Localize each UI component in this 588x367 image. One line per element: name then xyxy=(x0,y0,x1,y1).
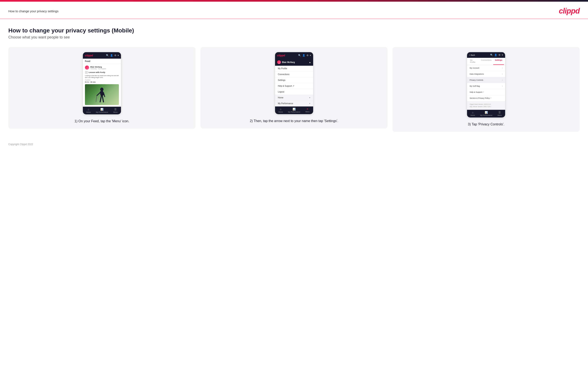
chevron-icon-3: ▾ xyxy=(502,54,503,56)
main-content: How to change your privacy settings (Mob… xyxy=(0,19,588,138)
dataintegrations-chevron: › xyxy=(502,73,503,75)
home-icon-2: ⌂ xyxy=(280,108,281,111)
svg-line-6 xyxy=(102,96,104,102)
tab-performance-label: My Performance xyxy=(96,111,108,113)
serviceprivacy-label: Service & Privacy Policy xyxy=(469,97,490,99)
user-icon-3: 👤 xyxy=(494,54,497,56)
clippd-logo: clippd xyxy=(559,7,580,15)
page-footer: Copyright Clippd 2022 xyxy=(0,138,588,152)
settings-icon-3: ⚙ xyxy=(499,54,501,56)
feed-date: Yesterday · Sunningdale xyxy=(90,68,119,69)
helpsupport-label: Help & Support xyxy=(469,91,482,93)
svg-line-4 xyxy=(96,96,97,102)
feed-duration: 01 hr : 30 min xyxy=(85,81,119,83)
tab2-menu: ✕ Menu xyxy=(305,108,310,113)
svg-line-2 xyxy=(97,92,100,96)
menu-item-myprofile: My Profile xyxy=(275,66,313,72)
menu-icon: ☰ xyxy=(114,108,117,111)
myaccount-label: My Account xyxy=(469,67,479,69)
tab-myprofile: My Profile xyxy=(468,58,479,65)
tab-menu: ☰ Menu xyxy=(113,108,117,113)
phone-2-logo: clippd xyxy=(277,54,285,57)
phone-2-header: clippd 🔍 👤 ⚙ ▾ xyxy=(275,52,313,59)
menu-items-list: My Profile Connections Settings Help & S… xyxy=(275,66,313,107)
dataintegrations-label: Data Integrations xyxy=(469,73,484,75)
svg-line-5 xyxy=(100,96,101,102)
menu-icon-3: ☰ xyxy=(499,111,501,114)
mygolfbag-label: My Golf Bag xyxy=(469,85,480,87)
phone-1-header: clippd 🔍 👤 ⚙ ▾ xyxy=(83,52,121,59)
menu-item-connections: Connections xyxy=(275,72,313,77)
step-2-card: clippd 🔍 👤 ⚙ ▾ Blair McHarg ▲ xyxy=(200,47,388,128)
phone-1-icons: 🔍 👤 ⚙ ▾ xyxy=(106,54,119,57)
close-icon-2: ✕ xyxy=(306,108,308,110)
step-1-card: clippd 🔍 👤 ⚙ ▾ Feed Blair McHarg xyxy=(8,47,196,129)
steps-container: clippd 🔍 👤 ⚙ ▾ Feed Blair McHarg xyxy=(8,47,580,132)
feed-username: Blair McHarg xyxy=(90,66,119,68)
performance-icon-2: 📊 xyxy=(293,108,296,111)
phone-3-icons: 🔍 👤 ⚙ ▾ xyxy=(490,54,503,56)
settings-item-serviceprivacy: Service & Privacy Policy ↗ xyxy=(467,95,505,101)
settings-phone-header: < Back 🔍 👤 ⚙ ▾ xyxy=(467,52,505,58)
serviceprivacy-link: Service & Privacy Policy ↗ xyxy=(469,97,491,99)
settings-icon: ⚙ xyxy=(114,54,116,57)
phone-1-navbar: ⌂ Home 📊 My Performance ☰ Menu xyxy=(83,107,121,114)
menu-chevron-up: ▲ xyxy=(309,61,311,63)
menu-item-logout: Logout xyxy=(275,89,313,95)
home-chevron: ▾ xyxy=(309,96,310,99)
feed-tab: Feed xyxy=(83,59,121,64)
feed-user-info: Blair McHarg Yesterday · Sunningdale xyxy=(90,66,119,69)
user-icon: 👤 xyxy=(110,54,113,57)
copyright-text: Copyright Clippd 2022 xyxy=(8,143,33,146)
client-version: Clippd Client Version: 2022.8.3-3 xyxy=(469,103,503,106)
golfer-svg xyxy=(95,85,108,104)
menu-section-home: Home ▾ xyxy=(275,95,313,101)
svg-rect-1 xyxy=(100,91,104,96)
tab-settings-active: Settings xyxy=(493,58,504,65)
menu-user-info: Blair McHarg xyxy=(277,60,295,64)
tab-performance: 📊 My Performance xyxy=(96,108,108,113)
tab3-menu: ☰ Menu xyxy=(498,111,502,116)
phone-1-logo: clippd xyxy=(85,54,93,57)
home-icon-3: ⌂ xyxy=(472,111,474,114)
page-subtitle: Choose what you want people to see xyxy=(8,35,580,40)
tab-connections: Connections xyxy=(480,58,493,65)
myaccount-chevron: › xyxy=(502,67,503,69)
feed-duration-label: Duration xyxy=(85,79,119,81)
settings-item-mygolfbag: My Golf Bag › xyxy=(467,83,505,89)
step-3-caption: 3) Tap 'Privacy Controls'. xyxy=(468,122,504,127)
menu-performance-label: My Performance xyxy=(278,102,293,105)
external-link-icon: ↗ xyxy=(483,91,484,93)
feed-lesson-row: Lesson with Fordy xyxy=(85,71,119,74)
settings-item-helpsupport: Help & Support ↗ xyxy=(467,89,505,95)
gql-version: GQL Server Version: 2022.7.30-1 xyxy=(469,106,503,108)
privacycontrols-label: Privacy Controls xyxy=(469,79,483,81)
menu-item-settings: Settings xyxy=(275,77,313,83)
header-title: How to change your privacy settings xyxy=(8,9,59,13)
step-1-caption: 1) On your Feed, tap the 'Menu' icon. xyxy=(75,119,129,124)
tab2-performance-label: My Performance xyxy=(288,111,300,113)
tab3-performance-label: My Performance xyxy=(480,114,493,116)
tab3-home: ⌂ Home xyxy=(471,111,475,116)
tab3-home-label: Home xyxy=(471,114,475,116)
phone-mockup-2: clippd 🔍 👤 ⚙ ▾ Blair McHarg ▲ xyxy=(275,52,313,114)
feed-avatar xyxy=(85,66,89,70)
step-2-caption: 2) Then, tap the arrow next to your name… xyxy=(250,118,338,124)
feed-golf-image xyxy=(85,84,119,105)
phone-3-navbar: ⌂ Home 📊 My Performance ☰ Menu xyxy=(467,110,505,117)
phone-2-navbar: ⌂ Home 📊 My Performance ✕ Menu xyxy=(275,107,313,114)
home-icon: ⌂ xyxy=(88,108,89,111)
top-accent-bar xyxy=(0,0,588,2)
performance-icon: 📊 xyxy=(100,108,104,111)
settings-items-list: My Account › Data Integrations › Privacy… xyxy=(467,65,505,110)
mygolfbag-chevron: › xyxy=(502,85,503,87)
search-icon-3: 🔍 xyxy=(490,54,493,56)
privacycontrols-chevron: › xyxy=(502,79,503,81)
helpsupport-link: Help & Support ↗ xyxy=(469,91,484,93)
external-link-icon-2: ↗ xyxy=(490,97,491,99)
step-3-card: < Back 🔍 👤 ⚙ ▾ My Profile Connections Se… xyxy=(392,47,580,132)
search-icon: 🔍 xyxy=(106,54,109,57)
tab-home: ⌂ Home xyxy=(86,108,91,113)
tab-home-label: Home xyxy=(86,111,91,113)
page-title: How to change your privacy settings (Mob… xyxy=(8,27,580,34)
